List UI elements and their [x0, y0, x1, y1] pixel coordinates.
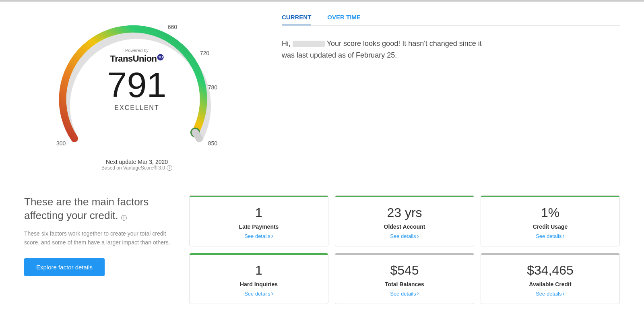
- vantage-info-icon[interactable]: i: [167, 165, 172, 171]
- credit-score-value: 791: [107, 67, 167, 103]
- hard-inquiries-value: 1: [196, 263, 322, 278]
- factors-text-section: These are the main factors affecting you…: [24, 195, 177, 304]
- explore-factors-button[interactable]: Explore factor details: [24, 258, 105, 276]
- factors-description: These six factors work together to creat…: [24, 229, 177, 247]
- score-max-label: 850: [208, 140, 217, 147]
- hard-inquiries-label: Hard Inquiries: [196, 281, 322, 287]
- update-info: Next update Mar 3, 2020 Based on Vantage…: [101, 159, 172, 171]
- score-780-label: 780: [208, 84, 217, 91]
- hard-inquiries-link[interactable]: See details: [196, 290, 322, 297]
- factors-grid: 1 Late Payments See details 23 yrs Oldes…: [189, 195, 620, 304]
- bottom-section: These are the main factors affecting you…: [0, 187, 644, 320]
- gauge-section: Powered by TransUnionTU 791 EXCELLENT 30…: [24, 10, 250, 179]
- score-660-label: 660: [168, 24, 177, 30]
- credit-usage-value: 1%: [487, 205, 613, 220]
- total-balances-value: $545: [342, 263, 467, 278]
- available-credit-value: $34,465: [487, 263, 613, 278]
- factor-card-late-payments: 1 Late Payments See details: [189, 195, 328, 246]
- late-payments-value: 1: [196, 205, 322, 220]
- powered-by-label: Powered by: [107, 48, 167, 53]
- score-message: Hi, Your score looks good! It hasn't cha…: [282, 38, 483, 61]
- credit-usage-link[interactable]: See details: [487, 232, 613, 240]
- gauge-center: Powered by TransUnionTU 791 EXCELLENT: [107, 48, 167, 112]
- transunion-logo: TransUnionTU: [107, 54, 167, 64]
- oldest-account-label: Oldest Account: [342, 223, 467, 230]
- factors-info-icon[interactable]: i: [121, 215, 127, 221]
- available-credit-link[interactable]: See details: [487, 290, 613, 297]
- factor-card-total-balances: $545 Total Balances See details: [335, 253, 474, 304]
- factor-card-oldest-account: 23 yrs Oldest Account See details: [335, 195, 474, 246]
- total-balances-link[interactable]: See details: [342, 290, 467, 297]
- username-redacted: [293, 41, 325, 47]
- late-payments-label: Late Payments: [196, 223, 322, 230]
- score-min-label: 300: [56, 140, 66, 147]
- late-payments-link[interactable]: See details: [196, 232, 322, 240]
- tab-over-time[interactable]: OVER TIME: [327, 14, 361, 25]
- info-section: CURRENT OVER TIME Hi, Your score looks g…: [266, 10, 620, 179]
- vantage-score-info: Based on VantageScore® 3.0 i: [101, 165, 172, 171]
- factor-card-hard-inquiries: 1 Hard Inquiries See details: [189, 253, 328, 304]
- message-hi: Hi,: [282, 39, 291, 48]
- available-credit-label: Available Credit: [487, 281, 613, 287]
- total-balances-label: Total Balances: [342, 281, 467, 287]
- tabs-row: CURRENT OVER TIME: [282, 14, 620, 26]
- oldest-account-value: 23 yrs: [342, 205, 467, 220]
- credit-score-rating: EXCELLENT: [107, 104, 167, 112]
- factor-card-available-credit: $34,465 Available Credit See details: [481, 253, 620, 304]
- oldest-account-link[interactable]: See details: [342, 232, 467, 240]
- score-720-label: 720: [200, 50, 209, 56]
- gauge-wrapper: Powered by TransUnionTU 791 EXCELLENT 30…: [52, 18, 221, 155]
- factors-title: These are the main factors affecting you…: [24, 195, 177, 223]
- tab-current[interactable]: CURRENT: [282, 14, 311, 25]
- credit-usage-label: Credit Usage: [487, 223, 613, 230]
- factor-card-credit-usage: 1% Credit Usage See details: [481, 195, 620, 246]
- next-update-label: Next update Mar 3, 2020: [101, 159, 172, 165]
